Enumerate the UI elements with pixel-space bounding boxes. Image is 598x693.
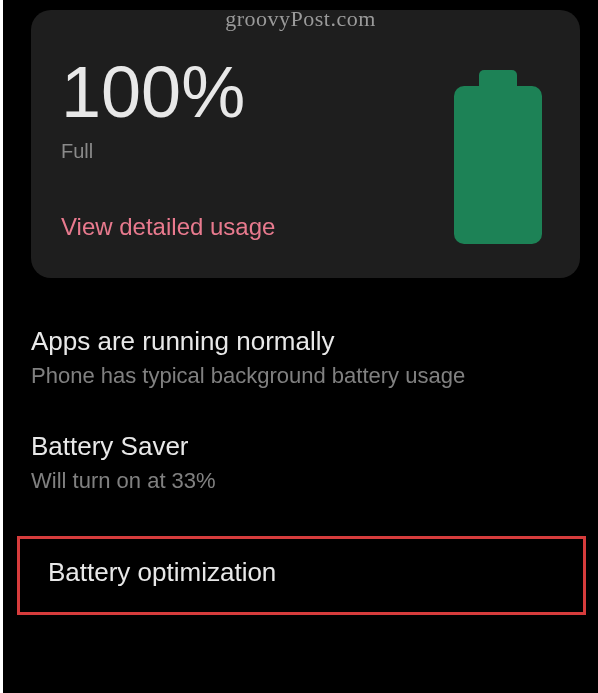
settings-list: Apps are running normally Phone has typi…	[3, 326, 598, 494]
battery-icon	[454, 70, 542, 246]
apps-status-item[interactable]: Apps are running normally Phone has typi…	[31, 326, 580, 389]
battery-saver-item[interactable]: Battery Saver Will turn on at 33%	[31, 431, 580, 494]
battery-saver-title: Battery Saver	[31, 431, 580, 462]
battery-optimization-item[interactable]: Battery optimization	[17, 536, 586, 615]
apps-status-title: Apps are running normally	[31, 326, 580, 357]
battery-saver-subtitle: Will turn on at 33%	[31, 468, 580, 494]
watermark-text: groovyPost.com	[225, 6, 376, 32]
battery-status-card: 100% Full View detailed usage	[31, 10, 580, 278]
apps-status-subtitle: Phone has typical background battery usa…	[31, 363, 580, 389]
battery-optimization-title: Battery optimization	[48, 557, 569, 588]
